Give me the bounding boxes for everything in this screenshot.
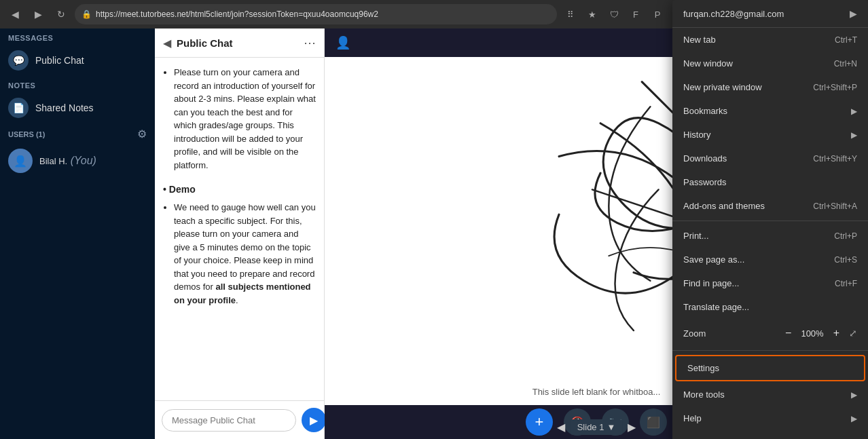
menu-more-tools-label: More tools (683, 389, 725, 400)
menu-quit[interactable]: Quit Ctrl+Q (672, 430, 868, 439)
menu-addons[interactable]: Add-ons and themes Ctrl+Shift+A (672, 194, 868, 218)
firefox-menu: furqan.ch228@gmail.com ▶ New tab Ctrl+T … (672, 28, 868, 439)
menu-new-window-label: New window (683, 58, 733, 69)
zoom-value: 100% (801, 328, 823, 339)
menu-new-private-window-label: New private window (683, 82, 762, 92)
chat-panel: ◀ Public Chat ⋯ Please turn on your came… (155, 28, 325, 439)
menu-passwords-label: Passwords (683, 177, 727, 187)
message-bullet-2: We need to gauge how well can you teach … (174, 201, 316, 307)
menu-history-arrow: ▶ (851, 130, 857, 140)
menu-downloads[interactable]: Downloads Ctrl+Shift+Y (672, 147, 868, 170)
forward-button[interactable]: ▶ (29, 5, 48, 24)
menu-bookmarks[interactable]: Bookmarks ▶ (672, 99, 868, 123)
menu-help[interactable]: Help ▶ (672, 406, 868, 430)
slide-nav: ◀ Slide 1 ▼ ▶ (557, 419, 636, 435)
menu-new-window-shortcut: Ctrl+N (834, 59, 857, 69)
chat-options-button[interactable]: ⋯ (304, 35, 316, 50)
user-item: 👤 Bilal H. (You) (0, 145, 155, 177)
firefox-account-icon[interactable]: F (626, 5, 645, 24)
menu-find-in-page[interactable]: Find in page... Ctrl+F (672, 271, 868, 295)
menu-divider-1 (672, 221, 868, 221)
menu-save-page-label: Save page as... (683, 254, 744, 265)
menu-zoom: Zoom − 100% + ⤢ (672, 319, 868, 347)
menu-new-tab[interactable]: New tab Ctrl+T (672, 28, 868, 52)
shield-icon[interactable]: 🛡 (604, 5, 623, 24)
pocket-icon[interactable]: P (648, 5, 667, 24)
address-bar[interactable]: 🔒 https://meet.tutorbees.net/html5client… (75, 4, 557, 24)
wb-user-icon[interactable]: 👤 (336, 35, 350, 50)
users-header: USERS (1) ⚙ (0, 123, 155, 145)
menu-bookmarks-label: Bookmarks (683, 106, 727, 116)
chat-input[interactable] (162, 409, 296, 432)
refresh-button[interactable]: ↻ (52, 5, 71, 24)
zoom-expand-button[interactable]: ⤢ (849, 328, 857, 339)
demo-heading: • Demo (163, 183, 316, 197)
sidebar-item-shared-notes[interactable]: 📄 Shared Notes (0, 92, 155, 123)
lock-icon: 🔒 (82, 9, 92, 19)
menu-bookmarks-arrow: ▶ (851, 107, 857, 116)
menu-new-window[interactable]: New window Ctrl+N (672, 52, 868, 75)
messages-section: MESSAGES (0, 28, 155, 45)
menu-more-tools-arrow: ▶ (851, 390, 857, 400)
menu-translate-page[interactable]: Translate page... (672, 295, 868, 319)
menu-save-page[interactable]: Save page as... Ctrl+S (672, 248, 868, 271)
menu-find-in-page-shortcut: Ctrl+F (835, 279, 857, 288)
chat-input-area: ▶ (155, 400, 324, 439)
notes-label: NOTES (8, 81, 147, 90)
extensions-icon[interactable]: ⠿ (561, 5, 580, 24)
menu-more-tools[interactable]: More tools ▶ (672, 383, 868, 406)
back-button[interactable]: ◀ (5, 5, 24, 24)
menu-help-arrow: ▶ (851, 414, 857, 423)
chat-back-button[interactable]: ◀ (163, 37, 171, 50)
chat-message-2: • Demo We need to gauge how well can you… (163, 183, 316, 307)
menu-downloads-shortcut: Ctrl+Shift+Y (813, 154, 857, 164)
send-button[interactable]: ▶ (302, 408, 326, 432)
shared-notes-label: Shared Notes (35, 102, 94, 113)
slide-dropdown-icon: ▼ (607, 422, 615, 432)
share-screen-button[interactable]: ⬛ (640, 408, 667, 436)
menu-downloads-label: Downloads (683, 153, 727, 164)
menu-save-page-shortcut: Ctrl+S (834, 255, 857, 265)
slide-prev-button[interactable]: ◀ (557, 421, 565, 434)
send-icon: ▶ (310, 414, 318, 427)
menu-history-label: History (683, 130, 710, 140)
menu-new-tab-shortcut: Ctrl+T (835, 35, 857, 45)
shared-notes-icon: 📄 (8, 98, 29, 118)
users-settings-icon[interactable]: ⚙ (137, 128, 147, 140)
menu-addons-shortcut: Ctrl+Shift+A (813, 202, 857, 211)
menu-translate-page-label: Translate page... (683, 302, 749, 312)
menu-passwords[interactable]: Passwords (672, 170, 868, 194)
chat-title: Public Chat (177, 37, 298, 49)
menu-new-tab-label: New tab (683, 35, 716, 45)
menu-settings[interactable]: Settings (675, 355, 865, 381)
bold-text: all subjects mentioned on your profile (174, 282, 311, 305)
menu-help-label: Help (683, 413, 702, 423)
user-avatar: 👤 (8, 149, 33, 173)
menu-new-private-window[interactable]: New private window Ctrl+Shift+P (672, 75, 868, 99)
menu-zoom-label: Zoom (683, 328, 706, 339)
menu-history[interactable]: History ▶ (672, 123, 868, 147)
zoom-increase-button[interactable]: + (829, 326, 844, 341)
bookmark-star-icon[interactable]: ★ (583, 5, 602, 24)
menu-addons-label: Add-ons and themes (683, 201, 765, 211)
chat-message-1: Please turn on your camera and record an… (163, 66, 316, 172)
slide-text: This slide left blank for whitboa... (532, 387, 661, 397)
slide-label[interactable]: Slide 1 ▼ (571, 419, 623, 435)
zoom-decrease-button[interactable]: − (781, 326, 795, 341)
notes-section: NOTES (0, 76, 155, 92)
menu-print[interactable]: Print... Ctrl+P (672, 224, 868, 248)
menu-find-in-page-label: Find in page... (683, 278, 739, 288)
chat-messages: Please turn on your camera and record an… (155, 58, 324, 400)
users-label: USERS (1) (8, 130, 45, 138)
message-bullet-1: Please turn on your camera and record an… (174, 66, 316, 172)
chat-header: ◀ Public Chat ⋯ (155, 28, 324, 58)
public-chat-label: Public Chat (35, 55, 84, 66)
wb-controls-left: 👤 (336, 35, 350, 50)
slide-label-text: Slide 1 (577, 422, 604, 432)
add-button[interactable]: + (526, 408, 553, 436)
zoom-controls: − 100% + ⤢ (781, 326, 857, 341)
user-you-label: (You) (71, 155, 96, 166)
url-text: https://meet.tutorbees.net/html5client/j… (96, 9, 378, 19)
slide-next-button[interactable]: ▶ (628, 421, 636, 434)
sidebar-item-public-chat[interactable]: 💬 Public Chat (0, 45, 155, 76)
